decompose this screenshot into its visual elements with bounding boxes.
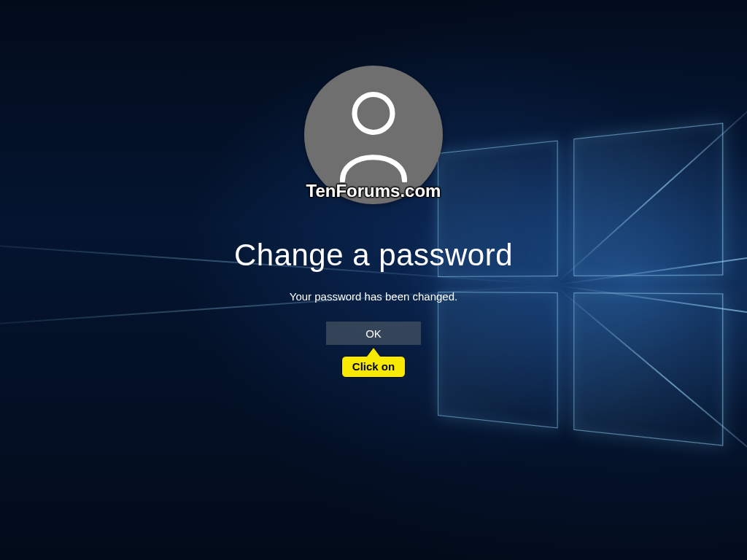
ok-button[interactable]: OK bbox=[326, 322, 421, 345]
user-avatar: TenForums.com bbox=[304, 66, 443, 204]
callout-label: Click on bbox=[341, 356, 406, 378]
user-icon bbox=[330, 88, 417, 182]
svg-point-0 bbox=[355, 94, 392, 132]
ok-button-label: OK bbox=[365, 327, 382, 340]
status-message: Your password has been changed. bbox=[290, 290, 457, 303]
watermark-text: TenForums.com bbox=[304, 181, 443, 201]
lockscreen-content: TenForums.com Change a password Your pas… bbox=[0, 0, 747, 560]
callout-tail bbox=[367, 348, 380, 357]
page-title: Change a password bbox=[234, 238, 513, 273]
annotation-callout: Click on bbox=[341, 348, 406, 378]
